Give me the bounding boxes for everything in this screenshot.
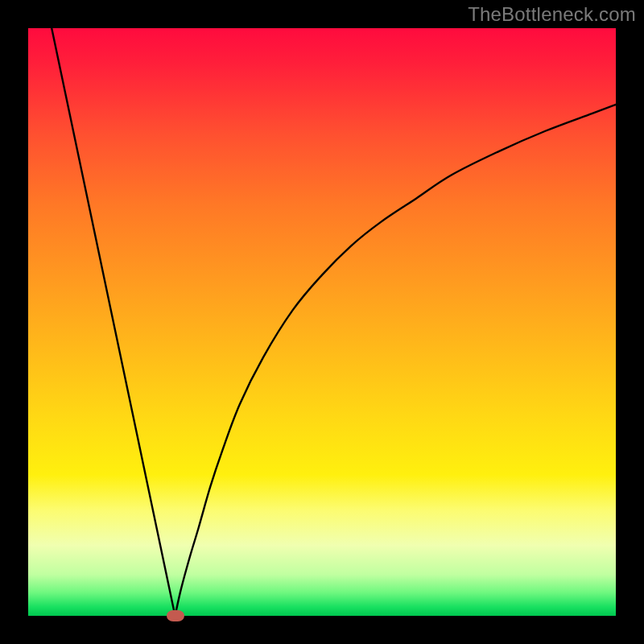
- curve-right-branch: [175, 105, 617, 616]
- chart-curve-svg: [28, 28, 616, 616]
- watermark-text: TheBottleneck.com: [468, 3, 636, 26]
- vertex-marker: [167, 610, 184, 621]
- curve-left-branch: [52, 28, 175, 616]
- chart-frame: TheBottleneck.com: [0, 0, 644, 644]
- chart-plot-area: [28, 28, 616, 616]
